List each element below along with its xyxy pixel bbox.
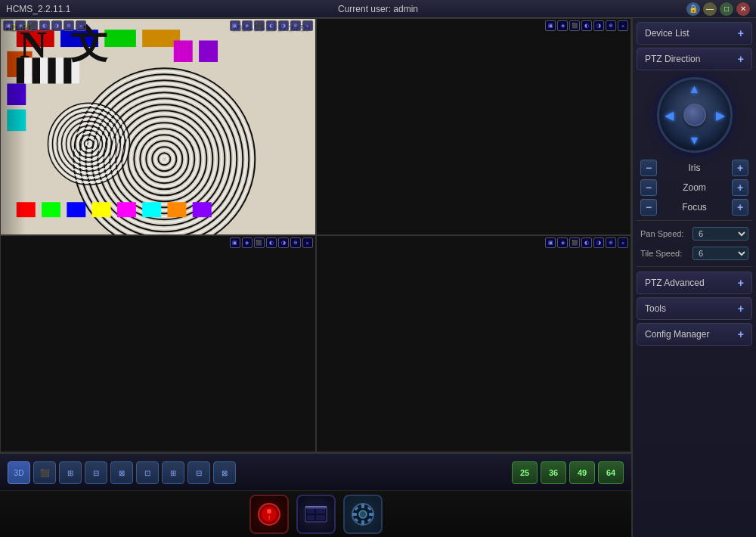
btn-layout-16[interactable]: ⊠	[213, 461, 236, 484]
cell2-icon4[interactable]: ◐	[581, 20, 592, 31]
video-cell-1[interactable]: ▣ ◈ ⬛ ◐ ◑ ⊕ × ▣ ◈ ⬛ ◐ ◑ ⊕ × HD-IPC	[0, 18, 316, 235]
cell4-icon4[interactable]: ◐	[581, 237, 592, 248]
ptz-left-btn[interactable]: ◀	[662, 107, 677, 123]
cell1-icon3[interactable]: ⬛	[27, 20, 38, 31]
iris-control: − Iris +	[637, 160, 752, 176]
cell2-icon5[interactable]: ◑	[593, 20, 604, 31]
ptz-advanced-btn[interactable]: PTZ Advanced +	[637, 272, 752, 294]
svg-rect-15	[352, 513, 357, 516]
tile-speed-select[interactable]: 123456	[692, 247, 748, 260]
cell4-icon5[interactable]: ◑	[593, 237, 604, 248]
settings-icon-btn[interactable]	[343, 495, 383, 534]
pan-speed-label: Pan Speed:	[640, 229, 689, 238]
svg-point-2	[267, 509, 271, 514]
cell1-right-icon4[interactable]: ◐	[266, 20, 277, 31]
ptz-down-btn[interactable]: ▼	[687, 133, 702, 148]
cell1-icon6[interactable]: ⊕	[64, 20, 74, 31]
focus-minus-btn[interactable]: −	[640, 199, 657, 216]
btn-num-64[interactable]: 64	[598, 461, 624, 484]
cell1-icon7[interactable]: ×	[76, 20, 86, 31]
cell4-icon6[interactable]: ⊕	[606, 237, 616, 248]
cell1-icon5[interactable]: ◑	[51, 20, 62, 31]
focus-plus-btn[interactable]: +	[732, 199, 748, 216]
cell1-right-icon3[interactable]: ⬛	[254, 20, 265, 31]
svg-rect-14	[361, 520, 364, 525]
btn-num-49[interactable]: 49	[569, 461, 595, 484]
ptz-up-btn[interactable]: ▲	[687, 82, 702, 97]
alarm-icon-btn[interactable]: !	[249, 495, 289, 534]
current-user-section: Current user: admin	[338, 4, 418, 14]
cell4-icon2[interactable]: ◈	[557, 237, 568, 248]
btn-layout-12[interactable]: ⊟	[187, 461, 210, 484]
btn-layout-9[interactable]: ⊡	[136, 461, 159, 484]
cell2-icon7[interactable]: ×	[618, 20, 628, 31]
btn-layout-6[interactable]: ⊟	[85, 461, 107, 484]
btn-num-25[interactable]: 25	[512, 461, 538, 484]
window-controls: 🔒 — □ ✕	[686, 2, 750, 16]
cell2-icon6[interactable]: ⊕	[606, 20, 616, 31]
cell1-toolbar-left: ▣ ◈ ⬛ ◐ ◑ ⊕ ×	[1, 19, 88, 33]
device-list-btn[interactable]: Device List +	[637, 22, 752, 45]
divider-2	[637, 266, 752, 267]
cell3-icon1[interactable]: ▣	[230, 237, 240, 248]
ptz-advanced-plus[interactable]: +	[738, 277, 744, 289]
iris-minus-btn[interactable]: −	[640, 160, 657, 176]
cell4-icon1[interactable]: ▣	[545, 237, 556, 248]
cell4-icon7[interactable]: ×	[618, 237, 628, 248]
video-cell-2[interactable]: ▣ ◈ ⬛ ◐ ◑ ⊕ ×	[316, 18, 632, 235]
ptz-center-btn[interactable]	[683, 104, 706, 126]
cell1-icon2[interactable]: ◈	[15, 20, 26, 31]
cell1-right-icon2[interactable]: ◈	[242, 20, 253, 31]
btn-num-36[interactable]: 36	[541, 461, 566, 484]
ptz-direction-btn[interactable]: PTZ Direction +	[637, 48, 752, 70]
cell2-icon2[interactable]: ◈	[557, 20, 568, 31]
tools-btn[interactable]: Tools +	[637, 297, 752, 320]
zoom-minus-btn[interactable]: −	[640, 179, 657, 196]
minimize-button[interactable]: —	[703, 2, 717, 16]
svg-rect-6	[316, 508, 325, 514]
btn-layout-10[interactable]: ⊞	[162, 461, 184, 484]
iris-plus-btn[interactable]: +	[732, 160, 748, 176]
cell3-icon4[interactable]: ◐	[266, 237, 277, 248]
btn-layout-8[interactable]: ⊠	[110, 461, 133, 484]
current-user-name: admin	[393, 4, 418, 14]
svg-rect-16	[369, 513, 373, 516]
cell2-icon1[interactable]: ▣	[545, 20, 556, 31]
pan-speed-select[interactable]: 123456	[692, 227, 748, 241]
video-cell-4[interactable]: ▣ ◈ ⬛ ◐ ◑ ⊕ ×	[316, 235, 632, 452]
btn-3d[interactable]: 3D	[8, 461, 30, 484]
cell4-icon3[interactable]: ⬛	[569, 237, 580, 248]
cell3-icon2[interactable]: ◈	[242, 237, 253, 248]
iris-label: Iris	[660, 163, 729, 173]
config-manager-btn[interactable]: Config Manager +	[637, 323, 752, 346]
ptz-advanced-label: PTZ Advanced	[645, 278, 705, 288]
divider-1	[637, 220, 752, 221]
close-button[interactable]: ✕	[736, 2, 750, 16]
device-list-plus[interactable]: +	[738, 27, 744, 39]
maximize-button[interactable]: □	[720, 2, 733, 16]
lock-button[interactable]: 🔒	[686, 2, 700, 16]
cell1-right-icon1[interactable]: ▣	[230, 20, 240, 31]
cell1-right-icon6[interactable]: ⊕	[290, 20, 301, 31]
cell2-icon3[interactable]: ⬛	[569, 20, 580, 31]
cell1-right-icon7[interactable]: ×	[302, 20, 313, 31]
cell3-icon7[interactable]: ×	[302, 237, 313, 248]
cell1-icon1[interactable]: ▣	[3, 20, 14, 31]
tools-label: Tools	[645, 303, 666, 314]
ptz-circle[interactable]: ▲ ▼ ◀ ▶	[657, 77, 733, 153]
svg-rect-7	[307, 515, 314, 520]
config-manager-plus[interactable]: +	[738, 328, 744, 340]
btn-layout-4[interactable]: ⊞	[59, 461, 82, 484]
cell3-icon5[interactable]: ◑	[278, 237, 289, 248]
video-cell-3[interactable]: ▣ ◈ ⬛ ◐ ◑ ⊕ ×	[0, 235, 316, 452]
zoom-plus-btn[interactable]: +	[732, 179, 748, 196]
tools-plus[interactable]: +	[738, 303, 744, 315]
btn-layout-1[interactable]: ⬛	[33, 461, 56, 484]
cell1-icon4[interactable]: ◐	[39, 20, 50, 31]
video-clip-icon-btn[interactable]	[296, 495, 336, 534]
cell3-icon6[interactable]: ⊕	[290, 237, 301, 248]
cell3-icon3[interactable]: ⬛	[254, 237, 265, 248]
ptz-right-btn[interactable]: ▶	[713, 107, 728, 123]
ptz-direction-plus[interactable]: +	[738, 53, 744, 65]
cell1-right-icon5[interactable]: ◑	[278, 20, 289, 31]
